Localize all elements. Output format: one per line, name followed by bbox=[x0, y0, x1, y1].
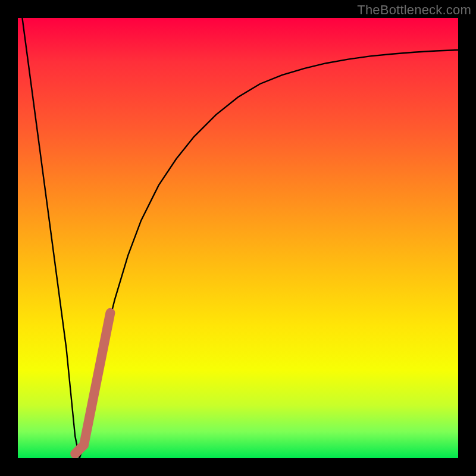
curve-layer bbox=[18, 18, 458, 458]
plot-area bbox=[18, 18, 458, 458]
highlighted-segment bbox=[75, 313, 110, 454]
chart-frame: TheBottleneck.com bbox=[0, 0, 476, 476]
watermark-text: TheBottleneck.com bbox=[357, 2, 471, 18]
bottleneck-curve bbox=[22, 18, 458, 458]
